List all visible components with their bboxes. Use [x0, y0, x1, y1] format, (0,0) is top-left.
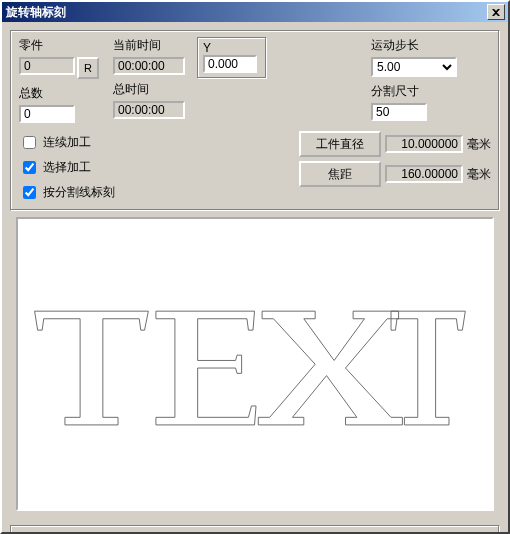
total-time-label: 总时间	[113, 81, 185, 98]
total-input[interactable]	[19, 105, 75, 123]
part-input	[19, 57, 75, 75]
focal-value	[385, 165, 463, 183]
y-input[interactable]	[203, 55, 257, 73]
preview-text-svg	[27, 296, 482, 433]
window: 旋转轴标刻 零件 R 总数 当前时间 00:	[0, 0, 510, 534]
current-time-label: 当前时间	[113, 37, 185, 54]
focal-button[interactable]: 焦距	[299, 161, 381, 187]
close-icon[interactable]	[487, 4, 505, 20]
diameter-value	[385, 135, 463, 153]
y-label: Y	[203, 41, 211, 55]
unit-mm-2: 毫米	[467, 166, 491, 183]
preview-canvas	[16, 217, 494, 511]
diameter-button[interactable]: 工件直径	[299, 131, 381, 157]
reset-button[interactable]: R	[77, 57, 99, 79]
select-checkbox[interactable]: 选择加工	[19, 158, 169, 177]
part-label: 零件	[19, 37, 101, 54]
bysplit-checkbox[interactable]: 按分割线标刻	[19, 183, 169, 202]
split-input[interactable]	[371, 103, 427, 121]
window-title: 旋转轴标刻	[6, 4, 487, 21]
continuous-label: 连续加工	[43, 134, 91, 151]
total-time-value: 00:00:00	[113, 101, 185, 119]
current-time-value: 00:00:00	[113, 57, 185, 75]
continuous-checkbox[interactable]: 连续加工	[19, 133, 169, 152]
total-label: 总数	[19, 85, 101, 102]
top-panel: 零件 R 总数 当前时间 00:00:00 总时间 00:00:00	[10, 30, 500, 211]
unit-mm-1: 毫米	[467, 136, 491, 153]
step-label: 运动步长	[371, 37, 491, 54]
titlebar[interactable]: 旋转轴标刻	[2, 2, 508, 22]
bysplit-label: 按分割线标刻	[43, 184, 115, 201]
split-label: 分割尺寸	[371, 83, 491, 100]
step-select[interactable]: 5.00	[371, 57, 457, 77]
select-label: 选择加工	[43, 159, 91, 176]
content-area: 零件 R 总数 当前时间 00:00:00 总时间 00:00:00	[2, 22, 508, 534]
bottom-toolbar: 红光(F1) 标刻(F2) 参数(F3) 退出(F5)	[10, 525, 500, 534]
